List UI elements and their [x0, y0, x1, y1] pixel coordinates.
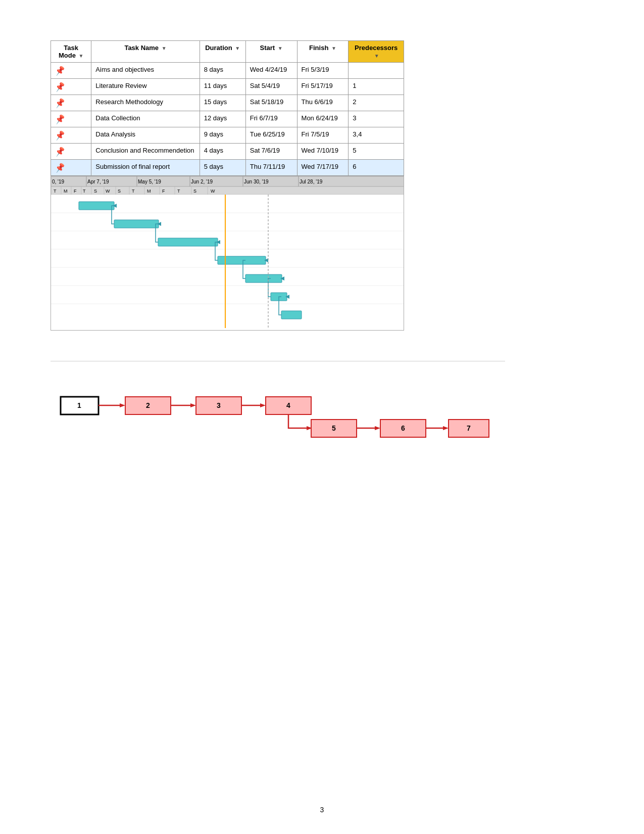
- table-cell-taskmode: 📌: [51, 95, 91, 111]
- table-cell-duration: 11 days: [200, 79, 245, 95]
- pred-filter-icon[interactable]: ▼: [374, 53, 379, 59]
- table-cell-taskmode: 📌: [51, 160, 91, 176]
- task-pin-icon: 📌: [55, 113, 66, 124]
- network-svg: 1 2 3 4: [51, 382, 495, 447]
- month-header-2: Apr 7, '19: [87, 179, 109, 184]
- nd-arrowhead-6-7: [443, 426, 449, 430]
- table-cell-duration: 8 days: [200, 63, 245, 79]
- finish-filter-icon[interactable]: ▼: [331, 45, 336, 51]
- gantt-bar-1: [79, 202, 114, 210]
- task-pin-icon: 📌: [55, 162, 66, 173]
- nd-arrowhead-1-2: [120, 403, 125, 407]
- nd-label-5: 5: [332, 424, 336, 432]
- table-cell-taskmode: 📌: [51, 144, 91, 160]
- taskname-filter-icon[interactable]: ▼: [162, 45, 167, 51]
- taskmode-filter-icon[interactable]: ▼: [79, 53, 84, 59]
- nd-label-4: 4: [286, 401, 290, 409]
- gantt-table: Task Mode ▼ Task Name ▼ Duration ▼ Start…: [51, 40, 404, 176]
- month-header-6: Jul 28, '19: [300, 179, 323, 184]
- table-cell-taskmode: 📌: [51, 111, 91, 127]
- table-cell-taskname: Conclusion and Recommendetion: [91, 144, 200, 160]
- gantt-svg: 0, '19 Apr 7, '19 May 5, '19 Jun 2, '19 …: [51, 176, 404, 328]
- table-cell-duration: 4 days: [200, 144, 245, 160]
- task-pin-icon: 📌: [55, 81, 66, 92]
- start-filter-icon[interactable]: ▼: [278, 45, 283, 51]
- day-S2: S: [118, 189, 121, 194]
- table-cell-predecessors: 1: [349, 79, 404, 95]
- nd-label-7: 7: [467, 424, 471, 432]
- table-cell-finish: Fri 5/17/19: [297, 79, 349, 95]
- task-pin-icon: 📌: [55, 97, 66, 108]
- duration-filter-icon[interactable]: ▼: [235, 45, 240, 51]
- network-diagram-section: 1 2 3 4: [51, 361, 505, 449]
- month-header-5: Jun 30, '19: [244, 179, 269, 184]
- th-finish: Finish ▼: [297, 41, 349, 63]
- table-cell-start: Thu 7/11/19: [245, 160, 297, 176]
- table-cell-finish: Fri 7/5/19: [297, 127, 349, 144]
- day-T3: T: [132, 189, 135, 194]
- day-T2: T: [83, 189, 86, 194]
- table-cell-predecessors: 6: [349, 160, 404, 176]
- table-cell-duration: 15 days: [200, 95, 245, 111]
- table-cell-predecessors: 2: [349, 95, 404, 111]
- day-T1: T: [54, 189, 57, 194]
- day-S1: S: [94, 189, 97, 194]
- table-cell-finish: Thu 6/6/19: [297, 95, 349, 111]
- table-cell-start: Tue 6/25/19: [245, 127, 297, 144]
- nd-arrowhead-5-6: [375, 426, 380, 430]
- nd-label-3: 3: [217, 401, 221, 409]
- month-header-1: 0, '19: [52, 179, 65, 184]
- table-cell-taskmode: 📌: [51, 127, 91, 144]
- table-cell-finish: Wed 7/10/19: [297, 144, 349, 160]
- table-cell-start: Fri 6/7/19: [245, 111, 297, 127]
- th-predecessors: Predecessors ▼: [349, 41, 404, 63]
- nd-arrowhead-2-3: [190, 403, 196, 407]
- table-cell-taskmode: 📌: [51, 63, 91, 79]
- gantt-bar-3: [158, 238, 218, 246]
- table-cell-duration: 9 days: [200, 127, 245, 144]
- th-taskmode: Task Mode ▼: [51, 41, 91, 63]
- day-T4: T: [177, 189, 180, 194]
- day-S3: S: [193, 189, 196, 194]
- gantt-chart: 0, '19 Apr 7, '19 May 5, '19 Jun 2, '19 …: [51, 176, 404, 331]
- table-cell-predecessors: 5: [349, 144, 404, 160]
- table-cell-start: Wed 4/24/19: [245, 63, 297, 79]
- table-cell-taskname: Submission of final report: [91, 160, 200, 176]
- table-cell-predecessors: 3: [349, 111, 404, 127]
- task-pin-icon: 📌: [55, 129, 66, 141]
- task-pin-icon: 📌: [55, 65, 66, 76]
- table-cell-duration: 5 days: [200, 160, 245, 176]
- nd-label-1: 1: [77, 401, 81, 409]
- th-taskname: Task Name ▼: [91, 41, 200, 63]
- table-cell-start: Sat 5/18/19: [245, 95, 297, 111]
- gantt-bar-2: [114, 220, 159, 228]
- nd-arrowhead-3-4: [260, 403, 266, 407]
- th-duration: Duration ▼: [200, 41, 245, 63]
- table-cell-predecessors: 3,4: [349, 127, 404, 144]
- table-cell-taskname: Research Methodology: [91, 95, 200, 111]
- task-pin-icon: 📌: [55, 146, 66, 157]
- day-F: F: [74, 189, 77, 194]
- table-cell-taskname: Data Analysis: [91, 127, 200, 144]
- table-cell-finish: Mon 6/24/19: [297, 111, 349, 127]
- gantt-bar-7: [281, 311, 302, 319]
- table-cell-finish: Wed 7/17/19: [297, 160, 349, 176]
- day-W: W: [106, 189, 110, 194]
- day-F2: F: [162, 189, 165, 194]
- table-cell-taskmode: 📌: [51, 79, 91, 95]
- th-start: Start ▼: [245, 41, 297, 63]
- nd-label-2: 2: [146, 401, 150, 409]
- table-cell-predecessors: [349, 63, 404, 79]
- table-cell-taskname: Literature Review: [91, 79, 200, 95]
- table-cell-start: Sat 7/6/19: [245, 144, 297, 160]
- table-cell-start: Sat 5/4/19: [245, 79, 297, 95]
- table-cell-finish: Fri 5/3/19: [297, 63, 349, 79]
- nd-label-6: 6: [401, 424, 405, 432]
- table-cell-taskname: Aims and objectives: [91, 63, 200, 79]
- month-header-4: Jun 2, '19: [191, 179, 213, 184]
- day-M2: M: [147, 189, 151, 194]
- day-M: M: [64, 189, 68, 194]
- table-cell-duration: 12 days: [200, 111, 245, 127]
- month-header-3: May 5, '19: [138, 179, 161, 184]
- gantt-bar-5: [245, 274, 282, 283]
